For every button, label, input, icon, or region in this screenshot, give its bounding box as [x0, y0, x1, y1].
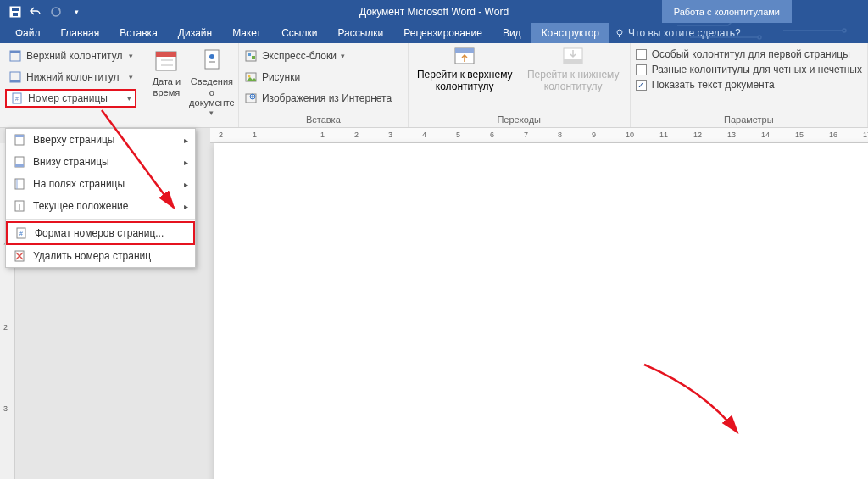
calendar-icon: [153, 47, 180, 74]
qat-customize-icon[interactable]: ▾: [70, 5, 83, 19]
page[interactable]: Нижний колонтитул Страница - 1 - из 2: [214, 143, 868, 479]
submenu-caret-icon: ▸: [184, 158, 188, 167]
window-title: Документ Microsoft Word - Word: [359, 6, 509, 18]
ruler-tick: 5: [456, 131, 460, 139]
current-position-icon: |: [13, 199, 26, 213]
tab-home[interactable]: Главная: [51, 23, 110, 43]
pictures-button[interactable]: Рисунки: [244, 68, 403, 86]
goto-footer-icon: [561, 47, 585, 67]
footer-icon: [8, 70, 22, 84]
page-top-icon: [13, 133, 26, 147]
date-time-button[interactable]: Дата и время: [147, 47, 186, 123]
menu-label: Вверху страницы: [33, 134, 114, 146]
page-number-dropdown[interactable]: # Номер страницы ▾: [5, 89, 136, 108]
ruler-horizontal[interactable]: /* ticks rendered below via JS loop not …: [210, 128, 868, 143]
menu-label: Удалить номера страниц: [33, 250, 151, 262]
tell-me-label: Что вы хотите сделать?: [628, 27, 741, 39]
doc-info-button[interactable]: Сведения о документе ▾: [191, 47, 233, 123]
goto-header-label: Перейти к верхнему колонтитулу: [414, 70, 515, 93]
svg-rect-7: [13, 13, 18, 16]
online-pictures-label: Изображения из Интернета: [262, 92, 392, 104]
doc-info-label: Сведения о документе: [189, 76, 235, 109]
ruler-tick: 15: [795, 131, 804, 139]
menu-label: На полях страницы: [33, 178, 125, 190]
group-date-docinfo: Дата и время Сведения о документе ▾: [142, 43, 239, 127]
svg-rect-34: [564, 59, 582, 64]
checkbox-checked-icon: ✓: [636, 80, 647, 91]
goto-header-button[interactable]: Перейти к верхнему колонтитулу: [414, 47, 515, 113]
menu-bottom-of-page[interactable]: Внизу страницы ▸: [6, 151, 195, 173]
ruler-tick: 14: [761, 131, 770, 139]
goto-header-icon: [453, 47, 476, 67]
ruler-tick: 4: [422, 131, 426, 139]
ribbon-tabs: Файл Главная Вставка Дизайн Макет Ссылки…: [0, 23, 868, 43]
footer-dropdown[interactable]: Нижний колонтитул ▾: [5, 68, 136, 86]
opt-odd-even[interactable]: Разные колонтитулы для четных и нечетных: [636, 64, 862, 75]
caret-down-icon: ▾: [129, 52, 133, 60]
group-label: [142, 123, 238, 127]
undo-icon[interactable]: [29, 5, 42, 19]
menu-page-margins[interactable]: На полях страницы ▸: [6, 173, 195, 195]
svg-text:#: #: [15, 96, 19, 102]
header-dropdown[interactable]: Верхний колонтитул ▾: [5, 47, 136, 65]
opt-first-page[interactable]: Особый колонтитул для первой страницы: [636, 48, 862, 60]
tab-mailings[interactable]: Рассылки: [327, 23, 393, 43]
redo-icon[interactable]: [49, 5, 63, 19]
group-header-footer: Верхний колонтитул ▾ Нижний колонтитул ▾…: [0, 43, 142, 127]
ruler-tick: 10: [626, 131, 634, 139]
quick-parts-icon: [244, 49, 258, 63]
menu-remove-page-numbers[interactable]: Удалить номера страниц: [6, 245, 195, 267]
tab-file[interactable]: Файл: [5, 23, 51, 43]
online-pictures-button[interactable]: Изображения из Интернета: [244, 89, 403, 108]
header-label: Верхний колонтитул: [26, 50, 122, 62]
svg-rect-38: [15, 164, 24, 167]
footer-label: Нижний колонтитул: [26, 71, 120, 83]
checkbox-icon: [636, 64, 647, 75]
menu-current-position[interactable]: | Текущее положение ▸: [6, 195, 195, 217]
quick-parts-button[interactable]: Экспресс-блоки ▾: [244, 47, 403, 65]
tell-me-search[interactable]: Что вы хотите сделать?: [615, 23, 741, 43]
tab-designer[interactable]: Конструктор: [531, 23, 609, 43]
page-number-menu: Вверху страницы ▸ Внизу страницы ▸ На по…: [5, 128, 196, 268]
document-info-icon: [198, 47, 225, 74]
ruler-tick: 11: [659, 131, 668, 139]
tab-insert[interactable]: Вставка: [109, 23, 168, 43]
ruler-tick: 12: [693, 131, 702, 139]
svg-text:|: |: [19, 203, 20, 210]
ruler-tick: 2: [354, 131, 359, 139]
ruler-tick: 2: [219, 131, 223, 139]
svg-rect-23: [209, 61, 215, 63]
group-options: Особый колонтитул для первой страницы Ра…: [631, 43, 868, 127]
tab-layout[interactable]: Макет: [222, 23, 271, 43]
svg-rect-6: [12, 8, 19, 11]
picture-icon: [244, 70, 258, 84]
svg-rect-12: [10, 51, 20, 53]
ribbon: Верхний колонтитул ▾ Нижний колонтитул ▾…: [0, 43, 868, 128]
group-insert: Экспресс-блоки ▾ Рисунки Изображения из …: [239, 43, 409, 127]
group-label: [0, 123, 142, 127]
svg-text:#: #: [19, 231, 23, 237]
save-icon[interactable]: [8, 5, 22, 19]
svg-rect-14: [10, 80, 20, 82]
svg-rect-10: [619, 35, 620, 37]
goto-footer-label: Перейти к нижнему колонтитулу: [522, 70, 624, 93]
pictures-label: Рисунки: [262, 71, 300, 83]
group-label: Переходы: [409, 113, 630, 127]
tab-view[interactable]: Вид: [492, 23, 531, 43]
title-bar: ▾ Документ Microsoft Word - Word Работа …: [0, 0, 868, 23]
header-icon: [8, 49, 22, 63]
tab-design[interactable]: Дизайн: [168, 23, 222, 43]
menu-format-page-numbers[interactable]: # Формат номеров страниц...: [6, 221, 195, 245]
ruler-tick: 13: [727, 131, 736, 139]
checkbox-icon: [636, 49, 647, 60]
menu-top-of-page[interactable]: Вверху страницы ▸: [6, 129, 195, 151]
page-bottom-icon: [13, 155, 26, 169]
svg-point-22: [209, 54, 214, 59]
ruler-tick: 17: [863, 131, 868, 139]
svg-rect-25: [248, 53, 251, 56]
group-navigation: Перейти к верхнему колонтитулу Перейти к…: [409, 43, 631, 127]
menu-separator: [6, 219, 195, 220]
tab-review[interactable]: Рецензирование: [393, 23, 492, 43]
tab-references[interactable]: Ссылки: [271, 23, 327, 43]
opt-show-doc[interactable]: ✓Показать текст документа: [636, 79, 862, 91]
